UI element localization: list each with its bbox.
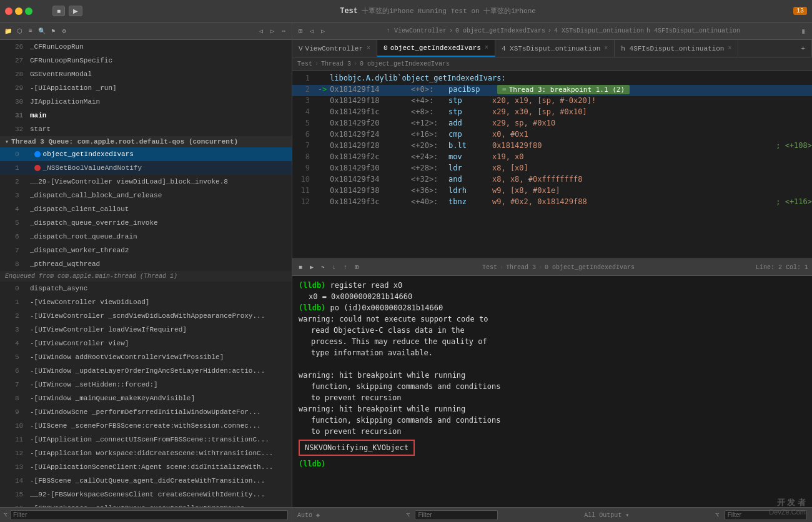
list-item[interactable]: 14-[FBSScene _callOutQueue_agent_didCrea… (0, 474, 292, 488)
code-area[interactable]: 1 libobjc.A.dylib`object_getIndexedIvars… (292, 71, 812, 259)
list-item[interactable]: 26_CFRunLoopRun (0, 40, 292, 54)
right-toolbar-tab2: h 4SFIsDisput_ontinuation (646, 27, 740, 34)
debug-breadcrumb-test: Test (482, 264, 497, 271)
run-button[interactable]: ▶ (69, 6, 82, 16)
maximize-button[interactable] (25, 7, 32, 15)
tab-close[interactable]: × (367, 45, 370, 52)
list-item[interactable]: 4-[UIViewController view] (0, 337, 292, 350)
window-controls (5, 7, 32, 15)
list-item[interactable]: 1 _NSSetBoolValueAndNotify (0, 161, 292, 175)
list-item[interactable]: 8-[UIWindow _mainQueue_makeKeyAndVisible… (0, 392, 292, 405)
code-line-5: 5 0x181429f20 <+12>: add x29, sp, #0x10 (292, 119, 812, 130)
code-line-4: 4 0x181429f1c <+8>: stp x29, x30, [sp, #… (292, 107, 812, 119)
tab-label: object_getIndexedIvars (390, 44, 481, 52)
output-selector[interactable]: All Output ▾ (584, 511, 629, 519)
list-item[interactable]: 1-[ViewController viewDidLoad] (0, 295, 292, 309)
breadcrumb-func: 0 object_getIndexedIvars (360, 61, 450, 67)
list-item[interactable]: 7-[UIWincow _setHidden::forced:] (0, 378, 292, 392)
list-item[interactable]: 4_dispatch_client_callout (0, 202, 292, 216)
bookmark-icon[interactable]: ⚑ (49, 27, 57, 36)
list-item[interactable]: 6-[UIWindow _updateLayerOrderIngAncSetLa… (0, 364, 292, 378)
list-item[interactable]: 10-[UIScene _sceneForFBSScene:create:wit… (0, 419, 292, 433)
list-item[interactable]: 15__92-[FBSWorkspaceScenesClient createS… (0, 488, 292, 501)
list-item[interactable]: 32start (0, 122, 292, 136)
breakpoint-callout: ≡ Thread 3: breakpoint 1.1 (2) (497, 85, 630, 94)
debug-frame-icon[interactable]: ⊞ (352, 263, 361, 272)
filter-icon3: ⌥ (716, 511, 720, 519)
debug-filter-input[interactable] (415, 510, 497, 520)
debug-breadcrumb-thread: Thread 3 (506, 264, 536, 271)
list-item[interactable]: 29-[UIApplication _run] (0, 81, 292, 95)
minimize-button[interactable] (15, 7, 22, 15)
debug-continue-icon[interactable]: ▶ (307, 263, 316, 272)
settings-icon[interactable]: ⚙ (60, 27, 69, 36)
left-filter-bar: ⌥ (0, 507, 292, 522)
list-item[interactable]: 5_dispatch_queue_override_invoke (0, 216, 292, 230)
list-item[interactable]: 31main (0, 109, 292, 122)
tab-close[interactable]: × (728, 45, 731, 52)
nav-icon[interactable]: ⊞ (296, 27, 305, 36)
tab-label: 4 XSTsDisput_ontinuation (502, 45, 600, 52)
folder-icon[interactable]: 📁 (4, 27, 12, 36)
forward-icon[interactable]: ▷ (268, 27, 277, 36)
list-item[interactable]: 27CFRunLoopRunSpecific (0, 54, 292, 67)
list-item[interactable]: 6_dispatch_root_queue_drain (0, 230, 292, 244)
list-item[interactable]: 12-[UIApplication workspace:didCreateSce… (0, 446, 292, 460)
list-item[interactable]: 28GSEventRunModal (0, 67, 292, 81)
list-item[interactable]: 8_pthread_wqthread (0, 257, 292, 271)
debug-stepover-icon[interactable]: ↷ (319, 263, 327, 272)
alert-count: 13 (793, 7, 807, 15)
breakpoints-icon[interactable]: ⬡ (15, 27, 24, 36)
debug-stepin-icon[interactable]: ↓ (330, 263, 339, 272)
list-item[interactable]: 0dispatch_async (0, 282, 292, 295)
list-item[interactable]: 5-[UIWindow addRootViewControllerViewIfP… (0, 350, 292, 364)
list-item[interactable]: 3-[UIViewController loadViewIfRequired] (0, 323, 292, 337)
list-item[interactable]: 3_dispatch_call_block_and_release (0, 189, 292, 202)
forward-nav-icon[interactable]: ▷ (319, 27, 327, 36)
tab-add[interactable]: + (795, 40, 812, 57)
right-toolbar-sep2: › (548, 27, 552, 34)
list-item[interactable]: 9-[UIWindowScne _performDefsrredInitialW… (0, 405, 292, 419)
tab-close[interactable]: × (604, 45, 608, 52)
back-nav-icon[interactable]: ◁ (307, 27, 316, 36)
debug-stop-icon[interactable]: ■ (296, 263, 305, 272)
debug-stepout-icon[interactable]: ↑ (341, 263, 350, 272)
tab-object-getindexedivars[interactable]: 0 object_getIndexedIvars × (377, 40, 495, 57)
tab-close[interactable]: × (485, 44, 488, 51)
bottom-status: Auto ◈ ⌥ All Output ▾ ⌥ (292, 507, 812, 522)
tab-icon: 0 (384, 44, 388, 52)
breadcrumb: Test › Thread 3 › 0 object_getIndexedIva… (292, 57, 812, 71)
list-item[interactable]: 2-[UIViewController _scndViewDidLoadWith… (0, 309, 292, 323)
tab-bar: V ViewController × 0 object_getIndexedIv… (292, 40, 812, 57)
list-item[interactable]: 0 object_getIndexedIvars (0, 147, 292, 161)
more-icon[interactable]: ⋯ (279, 27, 288, 36)
code-line-10: 10 0x181429f34 <+32>: and x8, x8, #0xfff… (292, 175, 812, 186)
debug-breadcrumb-func: 0 object_getIndexedIvars (545, 264, 635, 271)
list-item[interactable]: 30JIApplicationMain (0, 95, 292, 109)
line-col-indicator: Line: 2 Col: 1 (756, 264, 808, 271)
list-item[interactable]: 11-[UIApplication _connectUIScenFromFBSS… (0, 433, 292, 446)
debug-output-content: (lldb) register read x0 x0 = 0x000000028… (292, 276, 812, 473)
debug-output-area[interactable]: (lldb) register read x0 x0 = 0x000000028… (292, 276, 812, 507)
filter-input[interactable] (10, 510, 288, 520)
tab-viewcontroller[interactable]: V ViewController × (292, 40, 377, 57)
thread3-header[interactable]: ▾ Thread 3 Queue: com.apple.root.default… (0, 136, 292, 147)
split-icon[interactable]: ⫼ (800, 27, 808, 36)
list-item[interactable]: 16-[FBSWorkspace _calloutQueue_executeCa… (0, 501, 292, 507)
tab-xs1[interactable]: 4 XSTsDisput_ontinuation × (495, 40, 615, 57)
close-button[interactable] (5, 7, 12, 15)
list-item[interactable]: 13-[UIApplicationSceneClient:Agent scene… (0, 460, 292, 474)
list-item[interactable]: 2__29-[ViewController viewDidLoad]_block… (0, 175, 292, 189)
run-status: Running Test on 十覃弦的iPhone (418, 6, 536, 16)
stop-button[interactable]: ■ (52, 6, 65, 16)
list-item[interactable]: 7_dispatch_worker_thread2 (0, 244, 292, 257)
threads-icon[interactable]: ≡ (26, 27, 35, 36)
right-toolbar: ⊞ ◁ ▷ ↑ ViewController › 0 object_getInd… (292, 22, 812, 40)
breadcrumb-thread: Thread 3 (321, 61, 351, 67)
code-line-8: 8 0x181429f2c <+24>: mov x19, x0 (292, 152, 812, 164)
back-icon[interactable]: ◁ (257, 27, 265, 36)
search-icon[interactable]: 🔍 (37, 27, 46, 36)
thread-list[interactable]: 26_CFRunLoopRun 27CFRunLoopRunSpecific 2… (0, 40, 292, 507)
code-line-1: 1 libobjc.A.dylib`object_getIndexedIvars… (292, 74, 812, 85)
tab-xs2[interactable]: h 4SFIsDisput_ontinuation × (615, 40, 738, 57)
